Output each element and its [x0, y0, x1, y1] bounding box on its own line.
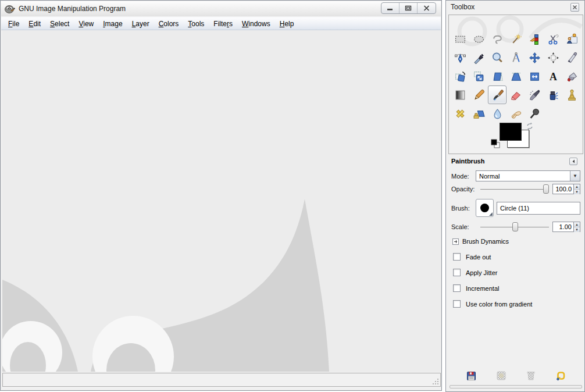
canvas-area[interactable] [2, 31, 441, 372]
brush-corner-icon [489, 212, 493, 216]
maximize-button[interactable] [399, 3, 418, 13]
tool-ink-icon[interactable] [544, 85, 562, 104]
checkbox-row: Fade out [453, 253, 580, 261]
tool-fuzzy-select-icon[interactable] [506, 30, 525, 48]
gimp-main-window: GNU Image Manipulation Program FileEditS… [0, 0, 442, 391]
brush-preview-button[interactable] [476, 199, 494, 217]
opacity-slider[interactable] [480, 184, 549, 194]
tool-blend-icon[interactable] [451, 85, 469, 104]
tool-grid: A [451, 30, 582, 123]
toolbox-resize-grip[interactable] [450, 385, 582, 389]
tool-dodge-burn-icon[interactable] [525, 104, 544, 123]
brush-name-field[interactable]: Circle (11) [497, 202, 580, 215]
tool-clone-icon[interactable] [562, 85, 581, 104]
scale-label: Scale: [451, 223, 477, 230]
tool-free-select-icon[interactable] [488, 30, 506, 48]
checkbox-label: Incremental [466, 285, 499, 292]
menu-file[interactable]: File [3, 18, 24, 30]
tool-rect-select-icon[interactable] [451, 30, 469, 48]
menu-help[interactable]: Help [275, 18, 299, 30]
checkbox-apply-jitter[interactable] [453, 269, 461, 276]
brush-label: Brush: [451, 205, 471, 212]
menu-view[interactable]: View [74, 18, 98, 30]
reset-options-button[interactable] [554, 369, 568, 383]
opacity-label: Opacity: [451, 186, 477, 193]
wilber-icon [5, 3, 15, 14]
brush-circle-icon [480, 204, 489, 212]
tool-ellipse-select-icon[interactable] [469, 30, 488, 48]
scale-spinbox[interactable]: 1.00 ▲▼ [552, 222, 580, 232]
menu-image[interactable]: Image [98, 18, 127, 30]
menu-edit[interactable]: Edit [24, 18, 45, 30]
wilber-watermark [2, 31, 441, 372]
tool-text-icon[interactable]: A [544, 67, 562, 85]
spin-down-icon[interactable]: ▼ [574, 227, 580, 232]
checkbox-incremental[interactable] [453, 284, 461, 292]
default-colors-icon[interactable] [491, 139, 501, 149]
tool-shear-icon[interactable] [488, 67, 506, 85]
menu-tools[interactable]: Tools [183, 18, 209, 30]
window-controls [381, 2, 436, 14]
menu-select[interactable]: Select [45, 18, 74, 30]
tool-persp-clone-icon[interactable] [469, 104, 488, 123]
foreground-color-swatch[interactable] [500, 123, 522, 141]
checkbox-label: Apply Jitter [466, 269, 497, 276]
resize-grip[interactable] [432, 378, 438, 384]
statusbar [2, 373, 441, 387]
chevron-down-icon: ▼ [570, 171, 580, 181]
tool-scissors-select-icon[interactable] [544, 30, 562, 48]
swap-colors-icon[interactable] [525, 122, 534, 131]
tool-heal-icon[interactable] [451, 104, 469, 123]
tool-select-by-color-icon[interactable] [525, 30, 544, 48]
tool-color-picker-icon[interactable] [469, 48, 488, 67]
tool-smudge-icon[interactable] [506, 104, 525, 123]
tool-airbrush-icon[interactable] [525, 85, 544, 104]
toolbox-bottom-buttons [448, 368, 583, 383]
opacity-spinbox[interactable]: 100.0 ▲▼ [552, 184, 580, 194]
checkbox-row: Incremental [453, 284, 580, 292]
collapse-panel-icon[interactable] [569, 158, 577, 165]
spin-up-icon[interactable]: ▲ [574, 222, 580, 227]
mode-dropdown[interactable]: Normal ▼ [476, 170, 580, 181]
checkbox-fade-out[interactable] [453, 253, 461, 261]
toolbox-close-icon[interactable] [570, 3, 579, 12]
tool-pencil-icon[interactable] [469, 85, 488, 104]
tool-move-icon[interactable] [525, 48, 544, 67]
tool-paths-icon[interactable] [451, 48, 469, 67]
mode-value: Normal [476, 173, 500, 180]
tool-paintbrush-icon[interactable] [488, 85, 506, 104]
checkbox-row: Use color from gradient [453, 300, 580, 308]
tool-crop-icon[interactable] [562, 48, 581, 67]
delete-options-button[interactable] [524, 369, 538, 383]
save-options-button[interactable] [465, 369, 479, 383]
spin-down-icon[interactable]: ▼ [574, 190, 580, 194]
minimize-button[interactable] [381, 3, 399, 13]
spin-up-icon[interactable]: ▲ [574, 184, 580, 190]
tool-flip-icon[interactable] [525, 67, 544, 85]
restore-options-button[interactable] [494, 369, 508, 383]
menu-windows[interactable]: Windows [237, 18, 275, 30]
scale-slider[interactable] [480, 222, 549, 231]
tool-blur-sharpen-icon[interactable] [488, 104, 506, 123]
tool-eraser-icon[interactable] [506, 85, 525, 104]
tool-measure-icon[interactable] [506, 48, 525, 67]
tool-perspective-icon[interactable] [506, 67, 525, 85]
tool-rotate-icon[interactable] [451, 67, 469, 85]
tool-scale-icon[interactable] [469, 67, 488, 85]
tool-bucket-fill-icon[interactable] [562, 67, 581, 85]
menu-filters[interactable]: Filters [209, 18, 237, 30]
tool-foreground-select-icon[interactable] [562, 30, 581, 48]
menu-layer[interactable]: Layer [127, 18, 154, 30]
tool-zoom-icon[interactable] [488, 48, 506, 67]
tool-align-icon[interactable] [544, 48, 562, 67]
mode-row: Mode: Normal ▼ [451, 170, 580, 181]
menu-colors[interactable]: Colors [154, 18, 184, 30]
brush-dynamics-expander[interactable]: Brush Dynamics [452, 238, 580, 245]
checkbox-label: Fade out [466, 254, 491, 261]
close-button[interactable] [418, 3, 436, 13]
brush-row: Brush: Circle (11) [451, 199, 580, 217]
checkbox-label: Use color from gradient [466, 301, 532, 308]
tool-options-title: Paintbrush [451, 158, 484, 165]
checkbox-use-color-from-gradient[interactable] [453, 300, 461, 308]
scale-value: 1.00 [552, 222, 574, 232]
